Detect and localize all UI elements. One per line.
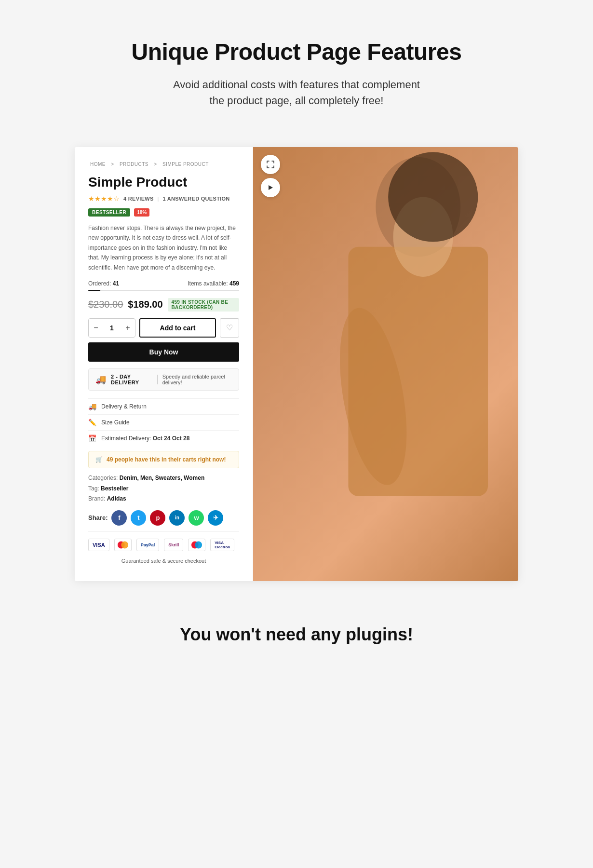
quantity-input[interactable]: [103, 324, 121, 332]
quantity-selector[interactable]: − +: [88, 318, 135, 338]
payment-secure-text: Guaranteed safe & secure checkout: [88, 558, 239, 564]
payment-visa-electron: VISAElectron: [210, 539, 234, 551]
image-controls: [261, 155, 280, 197]
tag-row: Tag: Bestseller: [88, 484, 239, 494]
progress-fill: [88, 290, 100, 291]
buy-now-button[interactable]: Buy Now: [88, 342, 239, 362]
product-image-panel: [253, 147, 518, 581]
items-available-label: Items available: 459: [188, 280, 239, 287]
product-title: Simple Product: [88, 175, 239, 190]
brand-value[interactable]: Adidas: [107, 495, 126, 502]
payment-methods: VISA PayPal Skrill VISAElectron Guarante…: [88, 531, 239, 567]
delivery-truck-icon: 🚚: [95, 374, 106, 385]
price-current: $189.00: [128, 299, 162, 310]
size-guide-label: Size Guide: [101, 419, 130, 426]
product-image: [253, 147, 518, 581]
ordered-progress: [88, 290, 239, 291]
badge-discount: 18%: [134, 208, 149, 217]
qty-minus-button[interactable]: −: [89, 319, 103, 337]
review-count[interactable]: 4 REVIEWS: [123, 196, 154, 202]
size-guide-icon: ✏️: [88, 419, 96, 426]
heart-icon: ♡: [226, 323, 233, 332]
wishlist-button[interactable]: ♡: [220, 318, 239, 338]
social-telegram[interactable]: ✈: [208, 510, 223, 526]
price-original: $230.00: [88, 299, 123, 310]
breadcrumb-current: SIMPLE PRODUCT: [162, 162, 209, 167]
calendar-icon: 📅: [88, 434, 96, 442]
page-heading: Unique Product Page Features: [10, 39, 583, 65]
stock-badge: 459 IN STOCK (CAN BE BACKORDERED): [168, 298, 239, 312]
breadcrumb-home[interactable]: HOME: [90, 162, 106, 167]
cart-notification: 🛒 49 people have this in their carts rig…: [88, 451, 239, 468]
share-row: Share: f t p in w ✈: [88, 510, 239, 526]
qty-plus-button[interactable]: +: [121, 319, 135, 337]
product-left-panel: HOME > PRODUCTS > SIMPLE PRODUCT Simple …: [75, 147, 253, 581]
payment-skrill: Skrill: [164, 539, 183, 551]
cart-notification-icon: 🛒: [95, 456, 103, 463]
delivery-return-row[interactable]: 🚚 Delivery & Return: [88, 398, 239, 414]
delivery-return-label: Delivery & Return: [101, 403, 147, 410]
tag-value[interactable]: Bestseller: [101, 485, 128, 492]
breadcrumb-sep1: >: [111, 162, 114, 167]
payment-mastercard: [114, 539, 132, 551]
page-subheading: Avoid additional costs with features tha…: [152, 77, 441, 108]
estimated-delivery-row[interactable]: 📅 Estimated Delivery: Oct 24 Oct 28: [88, 430, 239, 446]
share-label: Share:: [88, 514, 108, 521]
svg-point-1: [121, 541, 128, 548]
payment-paypal: PayPal: [136, 539, 160, 551]
play-button[interactable]: [261, 178, 280, 197]
social-linkedin[interactable]: in: [169, 510, 185, 526]
tag-label: Tag:: [88, 485, 99, 492]
social-facebook[interactable]: f: [111, 510, 127, 526]
reviews-divider: |: [158, 196, 159, 202]
bottom-heading: You won't need any plugins!: [10, 624, 583, 645]
badge-bestseller: BESTSELLER: [88, 208, 130, 217]
categories-row: Categories: Denim, Men, Sweaters, Women: [88, 473, 239, 484]
stats-row: Ordered: 41 Items available: 459: [88, 280, 239, 287]
price-row: $230.00 $189.00 459 IN STOCK (CAN BE BAC…: [88, 298, 239, 312]
bottom-section: You won't need any plugins!: [0, 600, 593, 669]
reviews-row: ★★★★☆ 4 REVIEWS | 1 ANSWERED QUESTION: [88, 195, 239, 203]
product-demo: HOME > PRODUCTS > SIMPLE PRODUCT Simple …: [75, 147, 518, 581]
product-meta: Categories: Denim, Men, Sweaters, Women …: [88, 473, 239, 504]
delivery-divider: [157, 375, 158, 384]
social-pinterest[interactable]: p: [150, 510, 165, 526]
fullscreen-button[interactable]: [261, 155, 280, 174]
delivery-return-icon: 🚚: [88, 403, 96, 410]
categories-value[interactable]: Denim, Men, Sweaters, Women: [120, 475, 205, 481]
delivery-label: 2 - DAY DELIVERY: [111, 374, 152, 385]
breadcrumb: HOME > PRODUCTS > SIMPLE PRODUCT: [88, 162, 239, 167]
svg-point-3: [195, 541, 202, 548]
badges-row: BESTSELLER 18%: [88, 208, 239, 217]
payment-maestro: [188, 539, 205, 551]
breadcrumb-sep2: >: [154, 162, 157, 167]
rating-stars[interactable]: ★★★★☆: [88, 195, 120, 203]
answered-question[interactable]: 1 ANSWERED QUESTION: [162, 196, 229, 202]
add-to-cart-button[interactable]: Add to cart: [139, 318, 216, 338]
breadcrumb-products[interactable]: PRODUCTS: [120, 162, 148, 167]
categories-label: Categories:: [88, 475, 118, 481]
estimated-delivery-label: Estimated Delivery: Oct 24 Oct 28: [101, 435, 189, 442]
size-guide-row[interactable]: ✏️ Size Guide: [88, 414, 239, 430]
top-section: Unique Product Page Features Avoid addit…: [0, 0, 593, 128]
brand-label: Brand:: [88, 495, 105, 502]
brand-row: Brand: Adidas: [88, 494, 239, 504]
add-to-cart-row: − + Add to cart ♡: [88, 318, 239, 338]
ordered-label: Ordered: 41: [88, 280, 119, 287]
payment-visa: VISA: [88, 539, 109, 551]
cart-notification-text: 49 people have this in their carts right…: [107, 456, 226, 463]
social-twitter[interactable]: t: [131, 510, 146, 526]
social-whatsapp[interactable]: w: [189, 510, 204, 526]
product-description: Fashion never stops. There is always the…: [88, 223, 239, 272]
delivery-description: Speedy and reliable parcel delivery!: [162, 374, 232, 385]
svg-point-8: [388, 152, 478, 242]
delivery-banner: 🚚 2 - DAY DELIVERY Speedy and reliable p…: [88, 368, 239, 391]
